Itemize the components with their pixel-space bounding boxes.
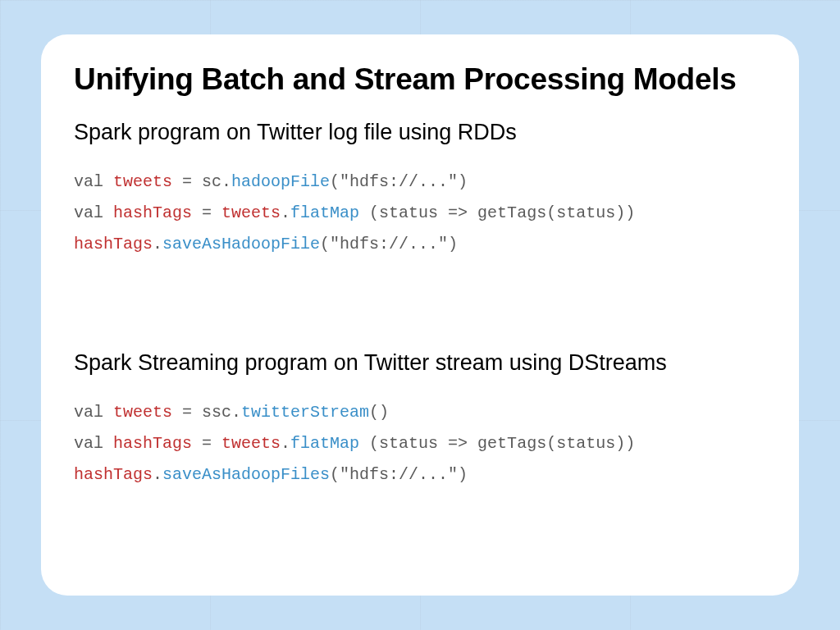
code-text: . xyxy=(281,434,290,453)
code-block-1: val tweets = sc.hadoopFile("hdfs://...")… xyxy=(74,167,766,260)
code-text: ("hdfs://...") xyxy=(330,172,468,191)
code-text: ("hdfs://...") xyxy=(320,235,458,253)
code-keyword-blue: flatMap xyxy=(290,434,359,453)
code-text: = xyxy=(192,434,221,453)
code-text: val xyxy=(74,203,113,222)
code-text: . xyxy=(153,235,162,253)
code-keyword-blue: hadoopFile xyxy=(231,172,330,191)
code-keyword-red: tweets xyxy=(113,403,172,422)
code-text: . xyxy=(153,465,162,484)
code-keyword-red: hashTags xyxy=(113,434,192,453)
code-text: (status => getTags(status)) xyxy=(359,434,635,453)
spacer xyxy=(74,260,766,350)
code-keyword-red: hashTags xyxy=(74,465,153,484)
code-text: ("hdfs://...") xyxy=(330,465,468,484)
slide-title: Unifying Batch and Stream Processing Mod… xyxy=(74,62,766,97)
code-line: val tweets = sc.hadoopFile("hdfs://...") xyxy=(74,167,766,198)
code-keyword-blue: flatMap xyxy=(290,203,359,222)
slide-content-panel: Unifying Batch and Stream Processing Mod… xyxy=(41,34,799,596)
section2-subtitle: Spark Streaming program on Twitter strea… xyxy=(74,350,766,376)
code-line: hashTags.saveAsHadoopFile("hdfs://...") xyxy=(74,229,766,260)
code-text: = sc. xyxy=(172,172,231,191)
code-text: val xyxy=(74,434,113,453)
code-keyword-red: tweets xyxy=(113,172,172,191)
code-text: val xyxy=(74,172,113,191)
code-keyword-red: tweets xyxy=(221,434,281,453)
code-keyword-red: hashTags xyxy=(113,203,192,222)
code-keyword-red: hashTags xyxy=(74,235,153,253)
code-line: val tweets = ssc.twitterStream() xyxy=(74,397,766,428)
code-keyword-blue: saveAsHadoopFiles xyxy=(162,465,330,484)
code-line: val hashTags = tweets.flatMap (status =>… xyxy=(74,428,766,459)
code-text: val xyxy=(74,403,113,422)
code-text: = ssc. xyxy=(172,403,241,422)
code-text: (status => getTags(status)) xyxy=(359,203,635,222)
code-text: . xyxy=(281,203,290,222)
code-block-2: val tweets = ssc.twitterStream() val has… xyxy=(74,397,766,491)
code-line: val hashTags = tweets.flatMap (status =>… xyxy=(74,198,766,229)
code-keyword-blue: twitterStream xyxy=(241,403,369,422)
code-keyword-red: tweets xyxy=(221,203,281,222)
section1-subtitle: Spark program on Twitter log file using … xyxy=(74,120,766,145)
code-keyword-blue: saveAsHadoopFile xyxy=(162,235,320,253)
code-text: () xyxy=(369,403,389,422)
code-text: = xyxy=(192,203,221,222)
code-line: hashTags.saveAsHadoopFiles("hdfs://...") xyxy=(74,459,766,491)
